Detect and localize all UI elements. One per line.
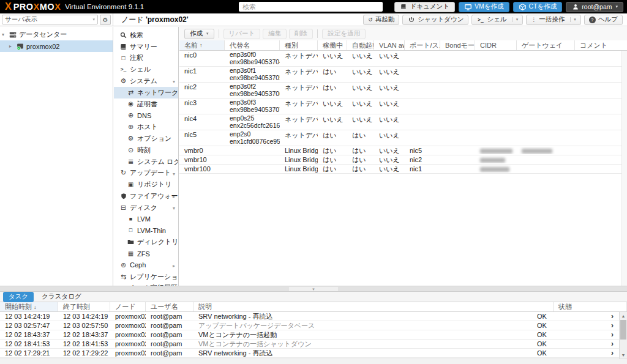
nav-item-options[interactable]: ⚙オプション	[114, 133, 178, 144]
nav-item-lvm-thin[interactable]: □LVM-Thin	[114, 225, 178, 237]
nav-item-summary[interactable]: サマリー	[114, 41, 178, 53]
col-header-altname[interactable]: 代替名	[225, 40, 280, 50]
col-header-cidr[interactable]: CIDR	[475, 40, 517, 50]
create-ct-button[interactable]: CTを作成	[513, 2, 563, 12]
col-header-gateway[interactable]: ゲートウェイ	[517, 40, 575, 50]
task-row[interactable]: 12 02 18:41:5312 02 18:41:53proxmox02roo…	[0, 340, 627, 349]
nav-item-lvm[interactable]: ■LVM	[114, 214, 178, 225]
network-row-nic1[interactable]: nic1enp3s0f1enx98be94053705ネットデバイスはいいいえい…	[179, 67, 627, 83]
task-cell-end-time: 12 02 17:29:22	[58, 349, 110, 357]
col-header-comment[interactable]: コメント	[575, 40, 627, 50]
panel-splitter[interactable]: ▼	[0, 286, 627, 292]
task-expand-chevron-icon[interactable]: ›	[606, 312, 619, 321]
nav-item-system[interactable]: ⚙システム▾	[114, 75, 178, 87]
tree-item-node-proxmox02[interactable]: ▸proxmox02	[0, 40, 113, 52]
task-col-header-status[interactable]: 状態	[554, 302, 627, 311]
network-row-vmbr10[interactable]: vmbr10Linux Bridgeはいはいいいえnic2	[179, 155, 627, 165]
scrollbar-thumb[interactable]	[620, 320, 626, 340]
shutdown-button[interactable]: シャットダウン	[402, 15, 468, 25]
task-col-header-end-time[interactable]: 終了時刻	[58, 302, 110, 311]
altname-line: enx98be94053706	[230, 91, 280, 98]
nav-item-directory[interactable]: ディレクトリ	[114, 236, 178, 248]
chevron-down-icon[interactable]: ▾	[173, 171, 175, 177]
nav-item-disks[interactable]: ⊟ディスク▾	[114, 202, 178, 214]
create-button[interactable]: 作成 ▾	[184, 29, 214, 39]
task-scrollbar[interactable]: ▲ ▼	[619, 312, 627, 358]
user-menu-button[interactable]: root@pam ▾	[566, 2, 623, 12]
chevron-down-icon[interactable]: ▾	[512, 17, 519, 22]
chevron-right-icon[interactable]: ▸	[173, 194, 175, 199]
sort-desc-icon: ↓	[34, 304, 37, 310]
network-row-nic2[interactable]: nic2enp3s0f2enx98be94053706ネットデバイスはいいいえい…	[179, 83, 627, 98]
task-row[interactable]: 12 03 02:57:4712 03 02:57:50proxmox02roo…	[0, 321, 627, 330]
col-header-ports-slaves[interactable]: ポート/ス...	[405, 40, 440, 50]
main-scrollbar[interactable]	[621, 51, 627, 286]
scroll-up-icon[interactable]: ▲	[620, 312, 627, 319]
nav-item-syslog[interactable]: ≣システム ログ	[114, 156, 178, 168]
task-col-header-description[interactable]: 説明	[193, 302, 554, 311]
nav-item-updates[interactable]: ↻アップデート▾	[114, 168, 178, 179]
col-header-name[interactable]: 名前↑	[179, 40, 225, 50]
chevron-down-icon[interactable]: ▾	[0, 32, 6, 37]
chevron-down-icon[interactable]: ▾	[173, 79, 175, 84]
task-expand-chevron-icon[interactable]: ›	[606, 321, 619, 330]
chevron-down-icon[interactable]: ▾	[570, 17, 576, 22]
network-row-nic4[interactable]: nic4enp0s25enx2c56dcfc2616ネットデバイスいいえいいえい…	[179, 114, 627, 130]
altname-line: enx98be94053704	[230, 59, 280, 66]
col-header-bond-mode[interactable]: Bondモード	[440, 40, 475, 50]
nav-item-time[interactable]: ⊙時刻	[114, 144, 178, 156]
task-col-header-node[interactable]: ノード	[110, 302, 146, 311]
task-col-header-user[interactable]: ユーザ名	[146, 302, 193, 311]
network-row-nic0[interactable]: nic0enp3s0f0enx98be94053704ネットデバイスいいえいいえ…	[179, 51, 627, 67]
bulk-actions-button[interactable]: ⋮ 一括操作 ▾	[526, 15, 581, 25]
revert-button[interactable]: リバート	[223, 29, 261, 39]
nav-item-network[interactable]: ⇄ネットワーク	[114, 87, 178, 98]
scroll-down-icon[interactable]: ▼	[620, 351, 627, 358]
chevron-right-icon[interactable]: ▸	[173, 263, 175, 269]
network-row-nic3[interactable]: nic3enp3s0f3enx98be94053707ネットデバイスいいえいいえ…	[179, 98, 627, 114]
task-row[interactable]: 12 02 17:29:2112 02 17:29:22proxmox02roo…	[0, 349, 627, 358]
task-expand-chevron-icon[interactable]: ›	[606, 349, 619, 357]
task-col-header-start-time[interactable]: 開始時刻↓	[0, 302, 58, 311]
col-header-vlan-aware[interactable]: VLAN aware	[374, 40, 405, 50]
nav-item-dns[interactable]: ⊕DNS	[114, 110, 178, 122]
tree-settings-button[interactable]: ⚙	[100, 15, 111, 25]
remove-button[interactable]: 削除	[289, 29, 313, 39]
shell-button[interactable]: >_ シェル ▾	[471, 15, 523, 25]
task-expand-chevron-icon[interactable]: ›	[606, 330, 619, 339]
help-button[interactable]: ? ヘルプ	[584, 15, 623, 25]
edit-button[interactable]: 編集	[263, 29, 287, 39]
task-expand-chevron-icon[interactable]: ›	[606, 340, 619, 348]
cell-altname: enp0s25enx2c56dcfc2616	[225, 114, 280, 130]
task-row[interactable]: 12 03 14:24:1912 03 14:24:19proxmox02roo…	[0, 312, 627, 321]
tab-tasks[interactable]: タスク	[3, 292, 34, 302]
tree-item-datacenter[interactable]: ▾データセンター	[0, 29, 113, 40]
nav-item-zfs[interactable]: ▦ZFS	[114, 248, 178, 259]
chevron-right-icon[interactable]: ▸	[7, 43, 13, 49]
col-header-active[interactable]: 稼働中	[318, 40, 347, 50]
network-row-vmbr0[interactable]: vmbr0Linux Bridgeはいはいいいえnic5	[179, 146, 627, 155]
create-vm-button[interactable]: VMを作成	[459, 2, 509, 12]
nav-item-ceph[interactable]: ⊚Ceph▸	[114, 259, 178, 271]
task-row[interactable]: 12 02 18:43:3712 02 18:43:37proxmox02roo…	[0, 330, 627, 340]
nav-item-repositories[interactable]: ▣リポジトリ	[114, 179, 178, 190]
nav-item-notes[interactable]: □注釈	[114, 53, 178, 64]
network-row-nic5[interactable]: nic5enp2s0enx1cfd0876ce95ネットデバイスはいはいいいえ	[179, 130, 627, 146]
splitter-grip-icon[interactable]: ▼	[289, 287, 338, 291]
chevron-down-icon[interactable]: ▾	[173, 206, 175, 211]
nav-item-hosts[interactable]: ⊕ホスト	[114, 121, 178, 133]
restart-button[interactable]: ↺ 再起動	[363, 15, 399, 25]
global-search-input[interactable]	[239, 2, 383, 12]
nav-item-firewall[interactable]: ファイアウォール▸	[114, 190, 178, 202]
documentation-button[interactable]: ドキュメント	[394, 2, 455, 12]
nav-item-shell[interactable]: >_シェル	[114, 64, 178, 75]
col-header-type[interactable]: 種別	[280, 40, 318, 50]
nav-item-search[interactable]: 検索	[114, 29, 178, 41]
nav-item-replication[interactable]: ⇆レプリケーション	[114, 271, 178, 283]
network-row-vmbr100[interactable]: vmbr100Linux Bridgeはいはいいいえnic1	[179, 165, 627, 174]
tab-cluster-log[interactable]: クラスタログ	[36, 292, 86, 302]
nav-item-certificates[interactable]: ◉証明書	[114, 98, 178, 110]
col-header-autostart[interactable]: 自動起動	[347, 40, 374, 50]
server-view-select[interactable]: サーバ表示 ▾	[2, 15, 98, 24]
apply-config-button[interactable]: 設定を適用	[322, 29, 366, 39]
